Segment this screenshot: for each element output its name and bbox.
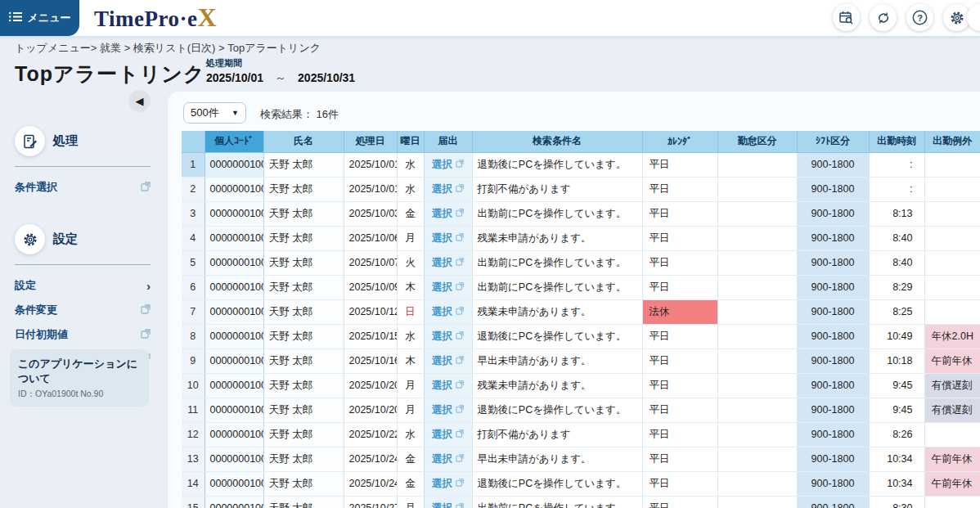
sidebar-item-condition-select[interactable]: 条件選択 <box>15 175 151 200</box>
calendar-cell: 平日 <box>642 250 717 275</box>
calendar-search-button[interactable] <box>833 4 860 31</box>
clock-in-exception-cell <box>924 422 980 447</box>
weekday-cell: 水 <box>397 422 424 447</box>
shift-category-cell: 900-1800 <box>797 275 869 299</box>
clock-in-exception-cell: 有償遅刻 <box>924 373 980 398</box>
external-link-icon <box>456 330 464 342</box>
table-row: 3 0000000100 天野 太郎 2025/10/03 金 選択 出勤前にP… <box>182 201 980 226</box>
personal-code-cell: 0000000100 <box>205 348 263 373</box>
sidebar-collapse-button[interactable]: ◀ <box>128 90 151 112</box>
breadcrumb[interactable]: トップメニュー> 就業 > 検索リスト(日次) > Topアラートリンク <box>15 41 324 56</box>
document-edit-icon <box>15 126 45 156</box>
external-link-icon <box>456 453 464 465</box>
select-link[interactable]: 選択 <box>432 452 464 466</box>
column-header[interactable]: ｼﾌﾄ区分 <box>797 131 869 152</box>
search-condition-cell: 退勤後にPCを操作しています。 <box>472 152 642 177</box>
select-link[interactable]: 選択 <box>432 477 464 491</box>
table-row: 1 0000000100 天野 太郎 2025/10/01 水 選択 退勤後にP… <box>182 152 980 177</box>
divider <box>15 264 151 265</box>
select-link[interactable]: 選択 <box>432 330 464 344</box>
column-header[interactable]: 出勤例外 <box>924 131 980 152</box>
column-header[interactable]: 個人ｺｰﾄﾞ <box>205 131 263 152</box>
process-date-cell: 2025/10/24 <box>344 471 397 496</box>
select-link[interactable]: 選択 <box>432 281 464 294</box>
search-condition-cell: 退勤後にPCを操作しています。 <box>472 324 642 348</box>
select-link[interactable]: 選択 <box>432 182 464 196</box>
column-header[interactable]: 勤怠区分 <box>717 131 797 152</box>
process-date-cell: 2025/10/22 <box>344 422 397 447</box>
table-row: 4 0000000100 天野 太郎 2025/10/06 月 選択 残業未申請… <box>182 226 980 250</box>
application-cell: 選択 <box>424 226 472 250</box>
weekday-cell: 木 <box>397 348 424 373</box>
column-header[interactable]: 検索条件名 <box>472 131 642 152</box>
name-cell: 天野 太郎 <box>263 250 344 275</box>
about-application-box[interactable]: このアプリケーションについて ID：OYa01900t No.90 <box>10 349 149 407</box>
column-header[interactable]: 届出 <box>424 131 472 152</box>
select-link[interactable]: 選択 <box>432 256 464 270</box>
section-title-process: 処理 <box>53 133 78 149</box>
select-link[interactable]: 選択 <box>432 428 464 442</box>
table-row: 14 0000000100 天野 太郎 2025/10/24 金 選択 退勤後に… <box>182 471 980 496</box>
clock-in-exception-cell <box>924 275 980 299</box>
application-cell: 選択 <box>424 496 472 508</box>
application-cell: 選択 <box>424 422 472 447</box>
page-size-select[interactable]: 500件 ▼ <box>183 102 246 124</box>
clock-in-exception-cell: 午前年休 <box>924 471 980 496</box>
name-cell: 天野 太郎 <box>263 496 344 508</box>
attendance-category-cell <box>717 201 797 226</box>
personal-code-cell: 0000000100 <box>205 373 263 398</box>
sidebar-section-process: 処理 <box>0 115 164 167</box>
select-link[interactable]: 選択 <box>432 207 464 221</box>
process-date-cell: 2025/10/03 <box>344 201 397 226</box>
menu-button[interactable]: メニュー <box>0 0 79 36</box>
clock-in-time-cell: 9:45 <box>869 373 924 398</box>
select-link[interactable]: 選択 <box>432 379 464 393</box>
column-header[interactable] <box>182 131 205 152</box>
sidebar-item-condition-change[interactable]: 条件変更 <box>15 298 151 322</box>
external-link-icon <box>456 478 464 489</box>
select-link[interactable]: 選択 <box>432 354 464 368</box>
external-link-icon <box>456 404 464 416</box>
refresh-button[interactable] <box>870 4 897 31</box>
column-header[interactable]: 曜日 <box>397 131 424 152</box>
external-link-icon <box>456 281 464 293</box>
select-link[interactable]: 選択 <box>432 232 464 245</box>
column-header[interactable]: 氏名 <box>263 131 344 152</box>
personal-code-cell: 0000000100 <box>205 275 263 299</box>
search-result-count: 検索結果： 16件 <box>260 107 339 122</box>
personal-code-cell: 0000000100 <box>205 226 263 250</box>
external-link-icon <box>456 183 464 195</box>
external-link-icon <box>141 180 151 195</box>
column-header[interactable]: 処理日 <box>344 131 397 152</box>
weekday-cell: 金 <box>397 447 424 471</box>
shift-category-cell: 900-1800 <box>797 152 869 177</box>
select-link[interactable]: 選択 <box>432 501 464 508</box>
calendar-cell: 平日 <box>642 496 717 508</box>
column-header[interactable]: ｶﾚﾝﾀﾞ <box>642 131 717 152</box>
external-link-icon <box>141 327 151 342</box>
column-header[interactable]: 出勤時刻 <box>869 131 924 152</box>
application-cell: 選択 <box>424 250 472 275</box>
calendar-cell: 平日 <box>642 471 717 496</box>
personal-code-cell: 0000000100 <box>205 447 263 471</box>
name-cell: 天野 太郎 <box>263 275 344 299</box>
process-date-cell: 2025/10/01 <box>344 177 397 201</box>
external-link-icon <box>456 159 464 170</box>
processing-period: 処理期間 2025/10/01～2025/10/31 <box>206 57 355 86</box>
results-table-container: 個人ｺｰﾄﾞ氏名処理日曜日届出検索条件名ｶﾚﾝﾀﾞ勤怠区分ｼﾌﾄ区分出勤時刻出勤… <box>182 131 980 508</box>
attendance-category-cell <box>717 177 797 201</box>
select-link[interactable]: 選択 <box>432 305 464 319</box>
refresh-icon <box>877 11 890 25</box>
select-link[interactable]: 選択 <box>432 403 464 417</box>
attendance-category-cell <box>717 299 797 324</box>
weekday-cell: 水 <box>397 324 424 348</box>
sidebar-item-settings[interactable]: 設定 › <box>15 273 151 298</box>
sidebar-item-date-initial-value[interactable]: 日付初期値 <box>15 322 151 347</box>
select-link[interactable]: 選択 <box>432 158 464 172</box>
external-link-icon <box>456 355 464 366</box>
help-button[interactable]: ? <box>906 4 933 31</box>
clock-in-exception-cell <box>924 152 980 177</box>
clock-in-exception-cell <box>924 250 980 275</box>
external-link-icon <box>456 380 464 391</box>
application-cell: 選択 <box>424 373 472 398</box>
